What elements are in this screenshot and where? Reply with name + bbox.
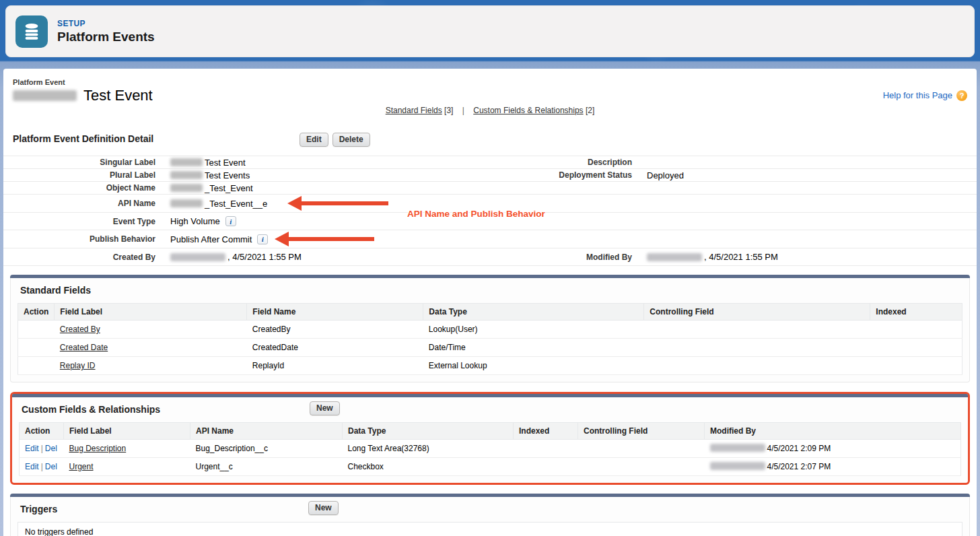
redacted-text	[170, 184, 203, 192]
col-header-field-label: Field Label	[55, 304, 247, 321]
table-row: Edit|Del Bug Description Bug_Description…	[20, 440, 961, 458]
col-header-action: Action	[18, 304, 55, 321]
delete-field-link[interactable]: Del	[45, 462, 57, 471]
field-label: Singular Label	[3, 157, 170, 168]
standard-fields-table: Action Field Label Field Name Data Type …	[18, 303, 963, 375]
field-link[interactable]: Bug Description	[69, 444, 127, 453]
field-label: API Name	[3, 198, 170, 209]
edit-button[interactable]: Edit	[300, 133, 328, 147]
redacted-user-name	[647, 253, 702, 261]
field-label: Object Name	[3, 182, 170, 193]
redacted-text	[170, 199, 203, 207]
detail-row-singular-label: Singular Label Test Event Description	[3, 156, 977, 169]
field-label: Modified By	[465, 252, 647, 263]
standard-fields-heading: Standard Fields	[20, 285, 91, 296]
col-header-controlling-field: Controlling Field	[578, 423, 705, 440]
col-header-indexed: Indexed	[870, 304, 963, 321]
custom-fields-section: Custom Fields & Relationships New Action…	[10, 392, 970, 485]
col-header-field-label: Field Label	[64, 423, 190, 440]
table-row: Created Date CreatedDate Date/Time	[18, 339, 963, 357]
col-header-action: Action	[20, 423, 64, 440]
nav-separator: |	[462, 106, 464, 115]
col-header-api-name: API Name	[190, 423, 343, 440]
detail-section-head: Platform Event Definition Detail Edit De…	[3, 133, 977, 150]
nav-custom-fields-count: [2]	[586, 106, 594, 115]
new-trigger-button[interactable]: New	[308, 501, 339, 515]
edit-field-link[interactable]: Edit	[25, 444, 39, 453]
redacted-text	[170, 171, 203, 179]
triggers-empty-message: No triggers defined	[18, 522, 963, 536]
annotation-arrow-publish-behavior	[275, 231, 374, 247]
annotation-arrow-api-name	[287, 195, 388, 211]
triggers-heading: Triggers	[20, 504, 57, 514]
setup-header: SETUP Platform Events	[5, 5, 975, 57]
info-icon[interactable]	[257, 234, 268, 244]
main-content: Platform Event Test Event Help for this …	[3, 69, 977, 536]
field-label: Deployment Status	[465, 170, 647, 180]
detail-row-created-by: Created By , 4/5/2021 1:55 PM Modified B…	[3, 248, 977, 266]
detail-fields: Singular Label Test Event Description Pl…	[3, 156, 977, 266]
col-header-data-type: Data Type	[343, 423, 514, 440]
help-link[interactable]: Help for this Page	[883, 90, 952, 100]
modified-by-value: , 4/5/2021 1:55 PM	[704, 252, 778, 262]
field-link[interactable]: Replay ID	[60, 361, 96, 370]
standard-fields-section: Standard Fields Action Field Label Field…	[10, 275, 970, 382]
field-link[interactable]: Created Date	[60, 343, 108, 352]
redacted-text	[170, 158, 203, 166]
event-type-value: High Volume	[170, 216, 220, 226]
triggers-section: Triggers New No triggers defined	[10, 494, 970, 536]
table-row: Created By CreatedBy Lookup(User)	[18, 321, 963, 339]
col-header-modified-by: Modified By	[705, 423, 961, 440]
field-label: Description	[465, 157, 647, 168]
delete-button[interactable]: Delete	[332, 133, 370, 147]
field-label: Event Type	[3, 216, 170, 227]
nav-standard-fields-count: [3]	[444, 106, 453, 115]
detail-heading: Platform Event Definition Detail	[13, 131, 153, 144]
info-icon[interactable]	[225, 216, 236, 226]
api-name-value: _Test_Event__e	[205, 199, 267, 209]
action-separator: |	[41, 444, 43, 453]
deployment-status-value: Deployed	[647, 170, 684, 180]
table-row: Replay ID ReplayId External Lookup	[18, 357, 963, 375]
page-head: Platform Event Test Event Help for this …	[3, 75, 977, 104]
table-row: Edit|Del Urgent Urgent__c Checkbox 4/5/2…	[20, 458, 961, 476]
redacted-prefix	[13, 90, 77, 101]
delete-field-link[interactable]: Del	[45, 444, 57, 453]
custom-fields-table: Action Field Label API Name Data Type In…	[19, 422, 961, 476]
publish-behavior-value: Publish After Commit	[170, 234, 252, 244]
col-header-controlling-field: Controlling Field	[644, 304, 870, 321]
custom-fields-heading: Custom Fields & Relationships	[22, 404, 160, 415]
new-custom-field-button[interactable]: New	[310, 401, 340, 415]
action-separator: |	[41, 462, 43, 471]
col-header-indexed: Indexed	[514, 423, 578, 440]
col-header-data-type: Data Type	[423, 304, 644, 321]
redacted-user-name	[710, 462, 765, 470]
redacted-user-name	[170, 253, 225, 261]
object-name-value: _Test_Event	[205, 183, 253, 193]
redacted-user-name	[710, 444, 765, 452]
field-label: Publish Behavior	[3, 234, 170, 244]
field-label: Created By	[3, 252, 170, 263]
field-label: Plural Label	[3, 170, 170, 180]
plural-label-value: Test Events	[205, 170, 250, 180]
col-header-field-name: Field Name	[247, 304, 423, 321]
edit-field-link[interactable]: Edit	[25, 462, 39, 471]
database-icon	[22, 22, 42, 42]
help-icon[interactable]	[956, 90, 967, 101]
platform-events-icon	[15, 15, 48, 48]
app-title: Platform Events	[57, 30, 155, 44]
field-link[interactable]: Created By	[60, 325, 100, 334]
entity-type-label: Platform Event	[13, 78, 153, 86]
page-title: Test Event	[83, 87, 153, 104]
detail-row-object-name: Object Name _Test_Event	[3, 182, 977, 195]
singular-label-value: Test Event	[205, 158, 246, 168]
detail-row-plural-label: Plural Label Test Events Deployment Stat…	[3, 169, 977, 182]
nav-standard-fields-link[interactable]: Standard Fields	[386, 106, 442, 115]
field-link[interactable]: Urgent	[69, 462, 94, 471]
detail-row-publish-behavior: Publish Behavior Publish After Commit	[3, 230, 977, 248]
section-nav: Standard Fields [3] | Custom Fields & Re…	[3, 106, 977, 115]
setup-eyebrow: SETUP	[57, 19, 155, 28]
annotation-text: API Name and Publish Behavior	[407, 209, 545, 219]
nav-custom-fields-link[interactable]: Custom Fields & Relationships	[473, 106, 583, 115]
created-by-value: , 4/5/2021 1:55 PM	[228, 252, 302, 262]
